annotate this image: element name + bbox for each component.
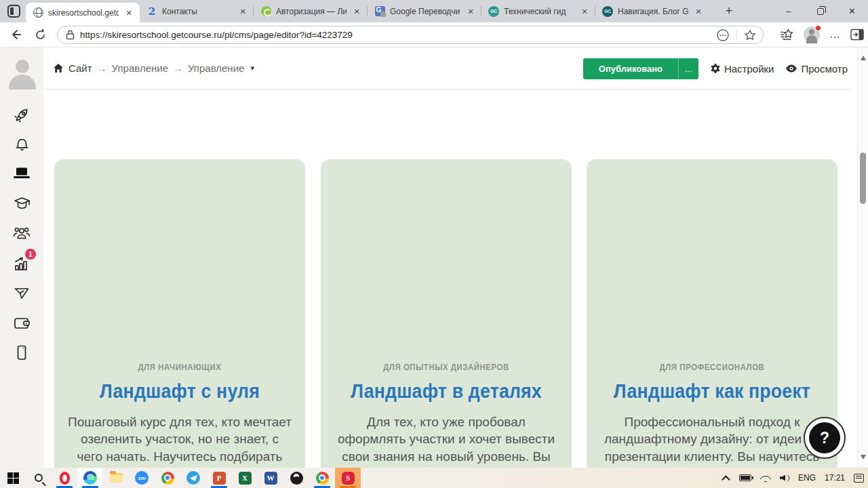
taskbar-obs[interactable] bbox=[283, 468, 309, 488]
sidebar-item-payments[interactable] bbox=[0, 311, 43, 336]
notification-center-icon[interactable] bbox=[854, 474, 864, 483]
close-icon[interactable]: ✕ bbox=[237, 6, 248, 17]
analytics-badge: 1 bbox=[25, 249, 36, 260]
tab-skiresortschool[interactable]: skiresortschool.getc ✕ bbox=[26, 3, 140, 22]
scroll-down-icon[interactable] bbox=[861, 455, 866, 460]
course-card-beginners[interactable]: ДЛЯ НАЧИНАЮЩИХ Ландшафт с нуля Пошаговый… bbox=[54, 159, 305, 468]
close-icon[interactable]: ✕ bbox=[579, 6, 590, 17]
window-minimize-button[interactable]: – bbox=[772, 0, 804, 22]
send-icon bbox=[13, 285, 31, 302]
speaker-wave-icon bbox=[786, 474, 789, 482]
tab-avtorizaciya[interactable]: Авторизация — Ли ✕ bbox=[254, 0, 368, 22]
taskbar-opera[interactable] bbox=[52, 468, 77, 488]
address-bar[interactable]: https://skiresortschool.getcourse.ru/pl/… bbox=[57, 26, 764, 44]
collections-icon[interactable] bbox=[781, 28, 794, 41]
sidebar-toggle-icon[interactable] bbox=[850, 28, 864, 41]
taskbar-edge[interactable] bbox=[77, 468, 103, 488]
tab-google-translate[interactable]: Google Переводчи ✕ bbox=[368, 0, 481, 22]
sidebar-item-mobile-app[interactable] bbox=[0, 340, 43, 365]
volume-button[interactable] bbox=[780, 474, 789, 482]
publish-more-button[interactable]: ... bbox=[678, 59, 698, 79]
chevron-down-icon[interactable]: ▾ bbox=[250, 64, 254, 73]
window-close-button[interactable]: ✕ bbox=[836, 0, 868, 22]
breadcrumb-separator: → bbox=[173, 62, 183, 74]
back-button[interactable] bbox=[5, 24, 26, 45]
new-tab-button[interactable]: + bbox=[721, 3, 737, 20]
course-card-professionals[interactable]: ДЛЯ ПРОФЕССИОНАЛОВ Ландшафт как проект П… bbox=[587, 159, 837, 468]
close-icon[interactable]: ✕ bbox=[351, 6, 362, 17]
home-icon bbox=[53, 63, 64, 73]
published-button[interactable]: Опубликовано ... bbox=[583, 58, 698, 79]
graduation-cap-icon bbox=[13, 195, 31, 212]
card-title: Ландшафт с нуля bbox=[75, 380, 283, 403]
folder-icon bbox=[110, 473, 123, 483]
scrollbar-thumb[interactable] bbox=[860, 152, 866, 204]
tray-expand-icon[interactable] bbox=[722, 475, 730, 484]
taskbar-telegram[interactable] bbox=[180, 468, 206, 488]
taskbar-powerpoint[interactable]: P bbox=[206, 468, 232, 488]
taskbar: zm P X W S ENG 17 bbox=[0, 468, 868, 488]
breadcrumb-management-1[interactable]: Управление bbox=[112, 62, 168, 74]
refresh-icon bbox=[35, 29, 46, 41]
wallet-icon bbox=[13, 316, 31, 331]
sidebar-item-courses[interactable] bbox=[0, 191, 43, 216]
account-avatar[interactable] bbox=[6, 57, 39, 89]
card-content: ДЛЯ НАЧИНАЮЩИХ Ландшафт с нуля Пошаговый… bbox=[54, 363, 305, 468]
breadcrumb[interactable]: Сайт → Управление → Управление ▾ bbox=[53, 62, 254, 74]
tab-title: Авторизация — Ли bbox=[276, 7, 347, 16]
bell-icon bbox=[14, 136, 31, 152]
sidebar-item-users[interactable] bbox=[0, 221, 43, 245]
page-scrollbar[interactable] bbox=[857, 47, 868, 468]
chrome-icon bbox=[161, 472, 174, 485]
settings-button[interactable]: Настройки bbox=[710, 63, 774, 75]
language-indicator[interactable]: ENG bbox=[798, 473, 816, 483]
start-button[interactable] bbox=[0, 468, 26, 488]
refresh-button[interactable] bbox=[30, 24, 50, 45]
browser-menu-button[interactable]: … bbox=[829, 28, 841, 41]
laptop-icon bbox=[13, 165, 31, 181]
profile-avatar[interactable] bbox=[804, 26, 820, 43]
circle-ellipsis-icon[interactable] bbox=[716, 28, 730, 42]
favorite-star-icon[interactable] bbox=[744, 29, 756, 41]
close-icon[interactable]: ✕ bbox=[123, 7, 134, 18]
taskbar-zoom[interactable]: zm bbox=[129, 468, 155, 488]
url-text[interactable]: https://skiresortschool.getcourse.ru/pl/… bbox=[80, 30, 716, 40]
card-title: Ландшафт как проект bbox=[608, 380, 816, 403]
tab-kontakty[interactable]: 2 Контакты ✕ bbox=[140, 0, 254, 22]
breadcrumb-management-2[interactable]: Управление bbox=[188, 62, 244, 74]
windows-logo-icon bbox=[7, 472, 19, 484]
tab-actions-icon[interactable] bbox=[7, 5, 20, 18]
opera-icon bbox=[60, 472, 70, 485]
published-label: Опубликовано bbox=[583, 64, 678, 74]
sidebar-item-messages[interactable] bbox=[0, 281, 43, 306]
course-card-experienced[interactable]: ДЛЯ ОПЫТНЫХ ДИЗАЙНЕРОВ Ландшафт в деталя… bbox=[321, 159, 572, 468]
wifi-icon[interactable] bbox=[760, 474, 771, 482]
tab-tehnicheskiy-gid[interactable]: GC Технический гид ✕ bbox=[481, 0, 595, 22]
clock[interactable]: 17:21 bbox=[825, 473, 845, 483]
sidebar-item-notifications[interactable] bbox=[0, 131, 43, 156]
lock-icon bbox=[66, 30, 75, 40]
taskbar-word[interactable]: W bbox=[258, 468, 283, 488]
taskbar-file-explorer[interactable] bbox=[103, 468, 129, 488]
word-icon: W bbox=[264, 472, 277, 485]
taskbar-search-button[interactable] bbox=[26, 468, 52, 488]
s-app-icon: S bbox=[342, 472, 355, 485]
scroll-up-icon[interactable] bbox=[861, 56, 866, 60]
preview-button[interactable]: Просмотр bbox=[785, 63, 848, 75]
tab-navigaciya-blog[interactable]: GC Навигация. Блог Ge ✕ bbox=[595, 0, 709, 22]
taskbar-excel[interactable]: X bbox=[232, 468, 258, 488]
window-restore-button[interactable] bbox=[804, 0, 836, 22]
speaker-icon bbox=[780, 475, 785, 481]
taskbar-s-app[interactable]: S bbox=[335, 468, 361, 488]
battery-icon[interactable] bbox=[739, 474, 751, 481]
preview-label: Просмотр bbox=[801, 63, 848, 75]
breadcrumb-site[interactable]: Сайт bbox=[68, 62, 92, 74]
taskbar-chrome-2[interactable] bbox=[309, 468, 335, 488]
sidebar-item-site[interactable] bbox=[0, 161, 43, 185]
help-button[interactable]: ? bbox=[804, 417, 846, 459]
sidebar-item-analytics[interactable] bbox=[0, 251, 43, 276]
taskbar-chrome[interactable] bbox=[155, 468, 180, 488]
close-icon[interactable]: ✕ bbox=[465, 6, 476, 17]
close-icon[interactable]: ✕ bbox=[693, 6, 704, 17]
sidebar-item-marketing[interactable] bbox=[0, 103, 43, 127]
